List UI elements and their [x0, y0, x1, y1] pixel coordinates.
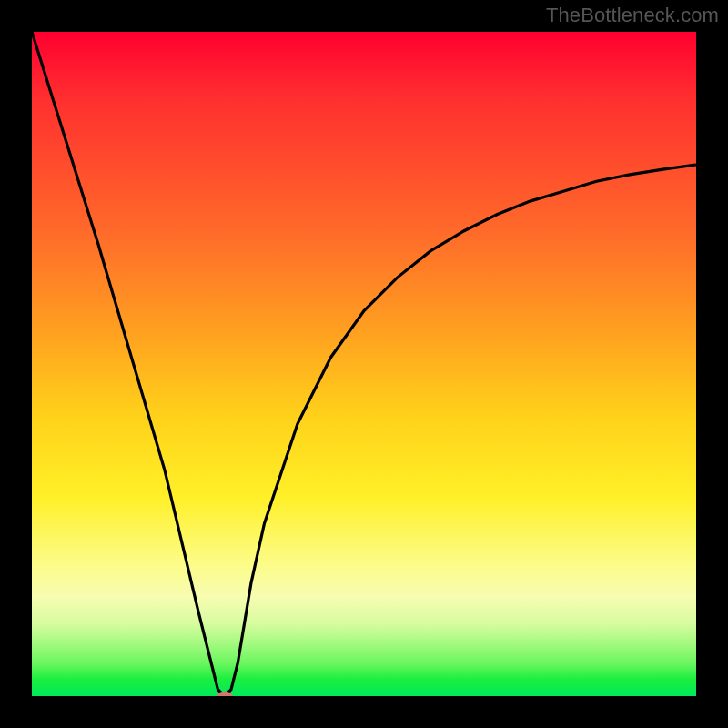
- bottleneck-curve-line: [32, 32, 696, 696]
- plot-area: [32, 32, 696, 696]
- optimal-point-marker: [217, 692, 232, 697]
- watermark-text: TheBottleneck.com: [546, 4, 719, 27]
- chart-frame: TheBottleneck.com: [0, 0, 728, 728]
- bottleneck-curve-svg: [32, 32, 696, 696]
